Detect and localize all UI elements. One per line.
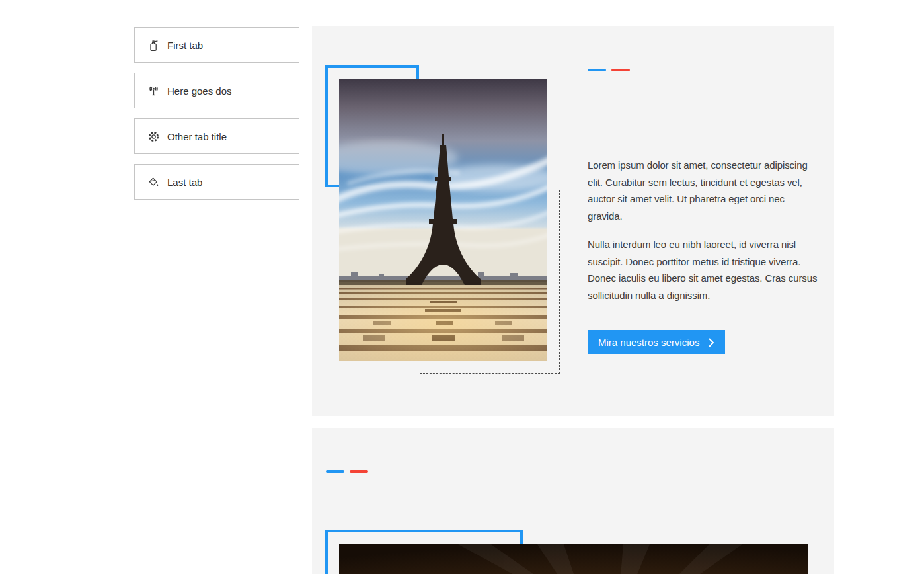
tab-here-goes-dos-label: Here goes dos	[167, 85, 232, 97]
tab-last[interactable]: Last tab	[134, 164, 299, 200]
accent-dashes	[326, 470, 368, 473]
red-dash	[611, 69, 630, 71]
tab-here-goes-dos[interactable]: Here goes dos	[134, 73, 299, 108]
blue-dash	[326, 470, 344, 473]
paint-bucket-icon	[147, 176, 160, 188]
spray-can-icon	[147, 39, 160, 52]
broadcast-antenna-icon	[147, 85, 160, 97]
page: First tab Here goes dos Other tab title …	[0, 0, 924, 574]
blue-dash	[588, 69, 606, 71]
cta-label: Mira nuestros servicios	[598, 337, 699, 348]
accent-dashes	[588, 69, 630, 71]
paragraph-1: Lorem ipsum dolor sit amet, consectetur …	[588, 157, 819, 224]
paragraph-2: Nulla interdum leo eu nibh laoreet, id v…	[588, 236, 819, 304]
services-cta-button[interactable]: Mira nuestros servicios	[588, 330, 725, 354]
red-dash	[350, 470, 368, 473]
tab-other-label: Other tab title	[167, 131, 227, 142]
chevron-right-icon	[709, 338, 714, 347]
tab-last-label: Last tab	[167, 177, 202, 188]
tab-list: First tab Here goes dos Other tab title …	[134, 27, 299, 210]
gear-icon	[147, 130, 160, 143]
tab-other[interactable]: Other tab title	[134, 118, 299, 154]
tab-first-label: First tab	[167, 40, 203, 51]
tab-first[interactable]: First tab	[134, 27, 299, 63]
tab-panel-services: Lorem ipsum dolor sit amet, consectetur …	[312, 26, 834, 416]
tab-panel-second	[312, 428, 834, 574]
dark-stage-photo	[339, 544, 808, 574]
eiffel-tower-photo	[339, 79, 547, 361]
